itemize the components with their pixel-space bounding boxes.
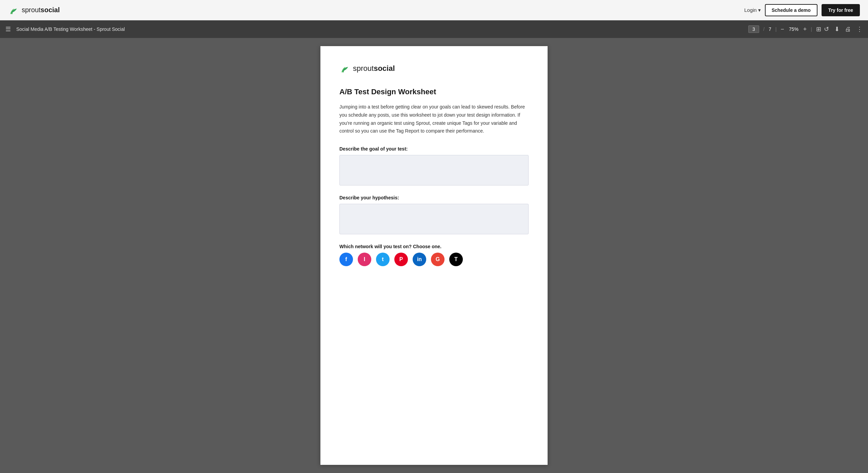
pdf-total-pages: 7 <box>769 26 771 32</box>
toolbar-divider-2: | <box>811 26 812 32</box>
pdf-page: sproutsocial A/B Test Design Worksheet J… <box>320 46 548 465</box>
network-facebook[interactable]: f <box>339 253 353 266</box>
pagination-separator: / <box>763 26 765 32</box>
rotate-icon[interactable]: ↺ <box>824 25 829 33</box>
pdf-page-logo: sproutsocial <box>339 63 529 74</box>
pdf-zoom-level: 75% <box>787 26 801 32</box>
pdf-viewer-area: sproutsocial A/B Test Design Worksheet J… <box>0 38 868 473</box>
zoom-out-button[interactable]: − <box>781 26 784 32</box>
network-google[interactable]: G <box>431 253 445 266</box>
document-body-text: Jumping into a test before getting clear… <box>339 103 529 135</box>
network-selection-label: Which network will you test on? Choose o… <box>339 244 529 249</box>
zoom-in-button[interactable]: + <box>803 26 807 32</box>
network-options: f I t P in G T <box>339 253 529 266</box>
document-heading: A/B Test Design Worksheet <box>339 87 529 96</box>
login-button[interactable]: Login ▾ <box>744 7 761 13</box>
network-tiktok[interactable]: T <box>449 253 463 266</box>
network-instagram[interactable]: I <box>358 253 371 266</box>
nav-logo-text: sproutsocial <box>22 6 60 14</box>
hypothesis-input-field[interactable] <box>339 204 529 234</box>
chevron-down-icon: ▾ <box>758 7 761 13</box>
top-navigation: sproutsocial Login ▾ Schedule a demo Try… <box>0 0 868 20</box>
nav-logo: sproutsocial <box>8 5 60 16</box>
pdf-toolbar-right-actions: ⬇ 🖨 ⋮ <box>834 25 863 33</box>
pdf-sprout-logo-icon <box>339 63 350 74</box>
hamburger-menu-icon[interactable]: ☰ <box>5 25 11 33</box>
print-icon[interactable]: 🖨 <box>845 26 851 33</box>
network-twitter[interactable]: t <box>376 253 390 266</box>
goal-label: Describe the goal of your test: <box>339 146 529 152</box>
goal-input-field[interactable] <box>339 155 529 185</box>
network-linkedin[interactable]: in <box>413 253 426 266</box>
nav-right-actions: Login ▾ Schedule a demo Try for free <box>744 4 860 16</box>
pdf-document-title: Social Media A/B Testing Worksheet - Spr… <box>16 26 743 32</box>
pdf-toolbar: ☰ Social Media A/B Testing Worksheet - S… <box>0 20 868 38</box>
sprout-logo-icon <box>8 5 19 16</box>
try-free-button[interactable]: Try for free <box>822 4 860 16</box>
schedule-demo-button[interactable]: Schedule a demo <box>765 4 817 16</box>
hypothesis-label: Describe your hypothesis: <box>339 195 529 200</box>
toolbar-divider-1: | <box>775 26 777 32</box>
network-pinterest[interactable]: P <box>394 253 408 266</box>
pdf-page-input[interactable] <box>748 25 759 33</box>
pdf-logo-text: sproutsocial <box>353 64 395 73</box>
download-icon[interactable]: ⬇ <box>834 25 840 33</box>
pdf-pagination-controls: / 7 | − 75% + | ⊞ ↺ <box>748 25 829 33</box>
fit-page-icon[interactable]: ⊞ <box>816 25 821 33</box>
more-options-icon[interactable]: ⋮ <box>856 25 863 33</box>
